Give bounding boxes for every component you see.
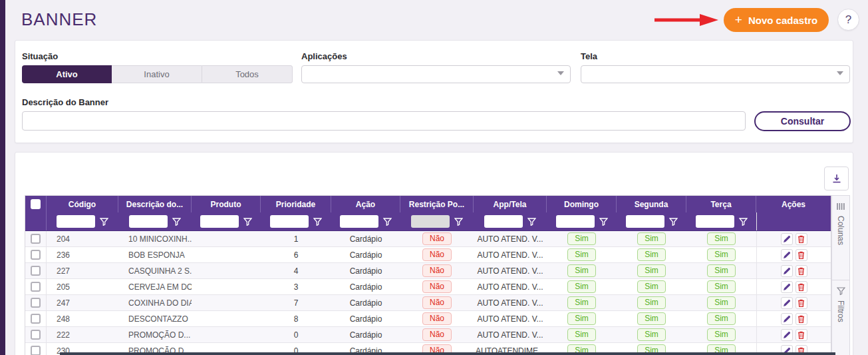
row-checkbox[interactable] — [31, 250, 41, 260]
status-badge-nao: Não — [422, 232, 452, 245]
edit-button[interactable] — [781, 233, 793, 245]
filter-cell-0 — [47, 212, 118, 230]
cell-descricao: CERVEJA EM DO... — [118, 279, 192, 294]
cell-produto — [192, 247, 261, 262]
chevron-down-icon — [557, 71, 564, 75]
situacao-segmented-control: Ativo Inativo Todos — [22, 65, 293, 83]
edit-button[interactable] — [781, 329, 793, 341]
row-checkbox[interactable] — [31, 298, 41, 308]
cell-domingo: Sim — [547, 263, 617, 278]
column-filter-input[interactable] — [340, 215, 378, 228]
segment-inativo[interactable]: Inativo — [112, 65, 202, 83]
cell-domingo: Sim — [547, 247, 617, 262]
column-header-8[interactable]: Segunda — [617, 196, 686, 212]
column-filter-input[interactable] — [57, 215, 95, 228]
column-header-0[interactable]: Código — [47, 196, 118, 212]
column-filter-input[interactable] — [200, 215, 239, 228]
column-filter-input[interactable] — [129, 215, 168, 228]
column-filter-input[interactable] — [626, 215, 664, 228]
column-filter-input[interactable] — [696, 215, 734, 228]
novo-cadastro-button[interactable]: + Novo cadastro — [724, 8, 829, 32]
row-checkbox[interactable] — [31, 346, 41, 355]
filter-funnel-icon[interactable] — [527, 218, 536, 226]
delete-button[interactable] — [796, 297, 807, 309]
column-header-5[interactable]: Restrição Po... — [400, 196, 474, 212]
row-checkbox[interactable] — [31, 234, 41, 244]
descricao-banner-input[interactable] — [22, 111, 746, 131]
edit-button[interactable] — [781, 249, 793, 261]
edit-button[interactable] — [781, 313, 793, 325]
delete-button[interactable] — [796, 265, 807, 277]
filter-funnel-icon[interactable] — [383, 218, 392, 226]
cell-acoes — [756, 295, 831, 310]
column-filter-input[interactable] — [556, 215, 595, 228]
horizontal-scrollbar[interactable] — [60, 352, 835, 355]
cell-domingo: Sim — [547, 279, 617, 294]
export-download-button[interactable] — [824, 167, 849, 190]
column-header-7[interactable]: Domingo — [547, 196, 617, 212]
column-header-10[interactable]: Ações — [756, 196, 831, 212]
filter-funnel-icon[interactable] — [739, 218, 748, 226]
delete-button[interactable] — [796, 249, 807, 261]
filter-funnel-icon[interactable] — [669, 218, 678, 226]
cell-prioridade: 7 — [261, 295, 331, 310]
side-tab-filtros[interactable]: Filtros — [831, 280, 850, 355]
delete-button[interactable] — [796, 281, 807, 293]
filter-cell-4 — [331, 212, 400, 230]
table-row: 236 BOB ESPONJA 6 Cardápio Não AUTO ATEN… — [25, 247, 831, 263]
download-icon — [831, 173, 842, 184]
edit-button[interactable] — [781, 297, 793, 309]
help-button[interactable]: ? — [837, 9, 859, 31]
plus-icon: + — [735, 13, 742, 26]
status-badge-sim: Sim — [637, 312, 666, 325]
segment-todos[interactable]: Todos — [202, 65, 293, 83]
segment-ativo[interactable]: Ativo — [22, 65, 112, 83]
filter-cell-2 — [192, 212, 261, 230]
status-badge-nao: Não — [422, 296, 452, 309]
edit-button[interactable] — [781, 265, 793, 277]
filter-cell-8 — [617, 212, 686, 230]
column-header-3[interactable]: Prioridade — [261, 196, 331, 212]
grid-header-row: CódigoDescrição do...ProdutoPrioridadeAç… — [25, 196, 831, 212]
column-filter-input[interactable] — [411, 215, 450, 228]
delete-button[interactable] — [796, 313, 807, 325]
tela-select[interactable] — [581, 65, 850, 83]
cell-terca: Sim — [686, 295, 756, 310]
cell-prioridade: 8 — [261, 311, 331, 326]
status-badge-sim: Sim — [567, 248, 596, 261]
row-checkbox[interactable] — [31, 314, 41, 324]
table-panel: CódigoDescrição do...ProdutoPrioridadeAç… — [15, 152, 853, 355]
column-filter-input[interactable] — [270, 215, 309, 228]
row-checkbox[interactable] — [31, 330, 41, 340]
filter-funnel-icon[interactable] — [313, 218, 322, 226]
row-checkbox[interactable] — [31, 282, 41, 292]
filter-funnel-icon[interactable] — [454, 218, 463, 226]
column-header-2[interactable]: Produto — [192, 196, 261, 212]
consultar-button[interactable]: Consultar — [754, 111, 851, 131]
cell-acao: Cardápio — [331, 247, 400, 262]
column-filter-input[interactable] — [484, 215, 523, 228]
aplicacoes-select[interactable] — [301, 65, 571, 83]
column-header-4[interactable]: Ação — [331, 196, 400, 212]
column-header-9[interactable]: Terça — [686, 196, 756, 212]
delete-trash-icon — [797, 235, 805, 243]
filter-funnel-icon[interactable] — [243, 218, 252, 226]
filter-funnel-icon[interactable] — [172, 218, 181, 226]
column-header-1[interactable]: Descrição do... — [118, 196, 192, 212]
delete-button[interactable] — [796, 329, 807, 341]
row-checkbox[interactable] — [31, 266, 41, 276]
grid-filter-row — [25, 212, 831, 231]
column-header-6[interactable]: App/Tela — [474, 196, 547, 212]
cell-codigo: 222 — [47, 327, 118, 342]
delete-button[interactable] — [796, 233, 807, 245]
filter-funnel-icon[interactable] — [599, 218, 608, 226]
edit-button[interactable] — [781, 281, 793, 293]
filter-funnel-icon[interactable] — [100, 218, 108, 226]
status-badge-sim: Sim — [567, 232, 596, 245]
side-tab-colunas[interactable]: Colunas — [831, 195, 850, 280]
select-all-checkbox[interactable] — [31, 199, 41, 209]
row-select-cell — [25, 295, 47, 310]
descricao-banner-label: Descrição do Banner — [22, 97, 108, 107]
status-badge-sim: Sim — [637, 264, 666, 277]
delete-trash-icon — [797, 267, 805, 275]
